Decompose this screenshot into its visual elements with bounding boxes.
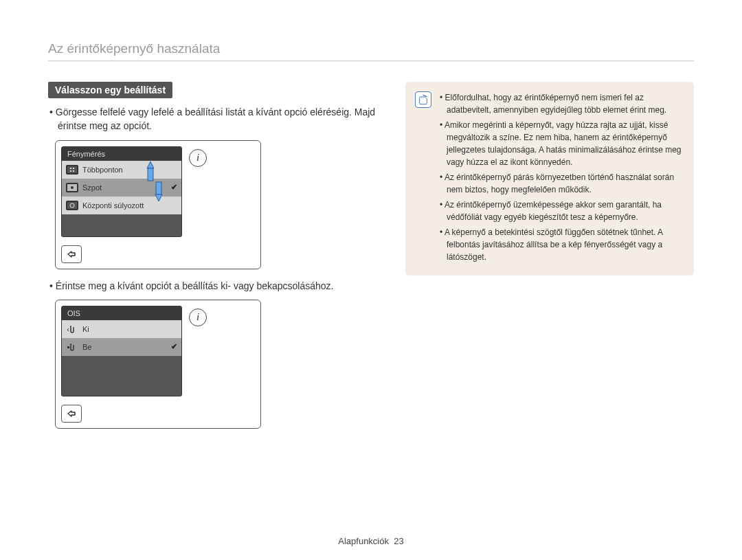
list-item[interactable]: Többponton	[62, 161, 181, 179]
list-item[interactable]: Szpot ✔	[62, 179, 181, 197]
instruction-2: Érintse meg a kívánt opciót a beállítás …	[58, 279, 378, 293]
svg-rect-1	[67, 166, 77, 173]
svg-rect-2	[70, 168, 71, 169]
list-item[interactable]: Ki	[62, 320, 181, 338]
note-box: Előfordulhat, hogy az érintőképernyő nem…	[405, 82, 694, 276]
note-item: A képernyő a betekintési szögtől függően…	[440, 226, 682, 263]
ois-on-icon	[66, 342, 78, 352]
back-button[interactable]	[61, 245, 82, 263]
back-icon	[65, 249, 78, 259]
svg-point-8	[71, 186, 74, 189]
list-item-label: Szpot	[82, 183, 102, 192]
metering-spot-icon	[66, 183, 78, 192]
note-item: Az érintőképernyő párás környezetben tör…	[440, 171, 682, 196]
list-item-label: Ki	[82, 325, 89, 333]
back-button[interactable]	[61, 405, 82, 423]
section-label: Válasszon egy beállítást	[48, 82, 172, 98]
instruction-1: Görgesse felfelé vagy lefelé a beállítás…	[58, 105, 378, 133]
list-item-label: Központi súlyozott	[82, 201, 144, 210]
svg-rect-3	[73, 168, 74, 169]
list-item-label: Be	[82, 343, 91, 351]
page-footer: Alapfunkciók 23	[0, 536, 742, 546]
svg-rect-16	[67, 346, 69, 348]
note-item: Az érintőképernyő üzemképessége akkor se…	[440, 199, 682, 223]
list-item-label: Többponton	[82, 166, 123, 174]
metering-center-icon	[66, 201, 78, 210]
info-button[interactable]: i	[189, 149, 207, 167]
device-frame-1: Fénymérés Többponton Szpot ✔	[55, 140, 261, 269]
note-item: Előfordulhat, hogy az érintőképernyő nem…	[440, 91, 682, 116]
footer-page: 23	[394, 536, 403, 546]
list-item[interactable]: Központi súlyozott	[62, 197, 181, 214]
device-screen-2[interactable]: OIS Ki Be ✔	[61, 306, 182, 396]
check-icon: ✔	[171, 342, 177, 351]
info-button[interactable]: i	[189, 309, 207, 326]
svg-rect-4	[70, 170, 71, 172]
metering-multi-icon	[66, 165, 78, 175]
device-frame-2: OIS Ki Be ✔ i	[55, 300, 261, 429]
note-icon	[415, 91, 431, 108]
list-item[interactable]: Be ✔	[62, 338, 181, 356]
screen-header-2: OIS	[62, 306, 181, 320]
note-item: Amikor megérinti a képernyőt, vagy húzza…	[440, 119, 682, 168]
back-icon	[65, 409, 78, 418]
page-header: Az érintőképernyő használata	[48, 41, 694, 61]
check-icon: ✔	[171, 183, 177, 192]
device-screen-1[interactable]: Fénymérés Többponton Szpot ✔	[61, 146, 182, 237]
footer-section: Alapfunkciók	[338, 536, 389, 546]
screen-header-1: Fénymérés	[62, 147, 181, 161]
svg-rect-5	[73, 170, 74, 172]
ois-off-icon	[66, 324, 78, 334]
